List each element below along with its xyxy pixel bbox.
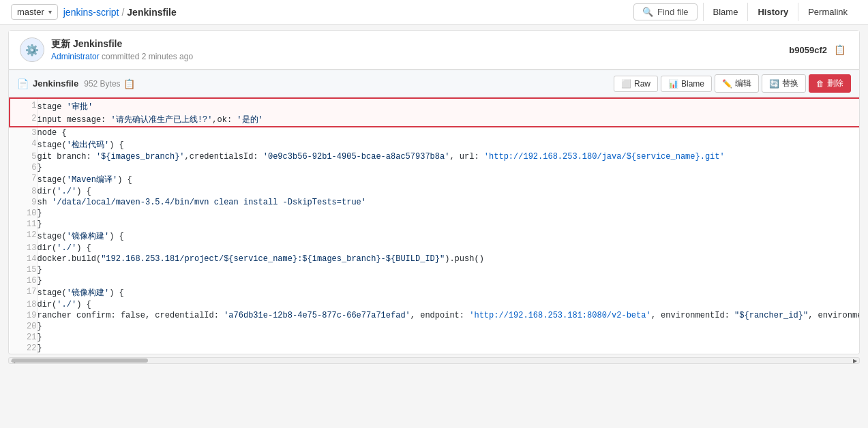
edit-button[interactable]: ✏️ 编辑 (715, 74, 759, 93)
table-row: 20 } (10, 321, 860, 332)
table-row: 17 stage('镜像构建') { (10, 286, 860, 299)
table-row: 21 } (10, 332, 860, 343)
file-size: 952 Bytes (84, 79, 120, 89)
line-code: dir('./') { (37, 186, 860, 197)
history-button[interactable]: History (747, 3, 798, 21)
line-code: dir('./') { (37, 299, 860, 310)
line-number: 21 (10, 332, 37, 343)
delete-button[interactable]: 🗑 删除 (809, 74, 851, 93)
copy-file-button[interactable]: 📋 (121, 77, 138, 91)
line-code: stage('镜像构建') { (37, 286, 860, 299)
chevron-down-icon: ▾ (48, 8, 52, 16)
branch-selector[interactable]: master ▾ (11, 4, 58, 20)
search-icon: 🔍 (642, 7, 653, 17)
file-header: 📄 Jenkinsfile 952 Bytes 📋 ⬜ Raw 📊 Blame … (8, 70, 860, 97)
line-number: 13 (10, 243, 37, 254)
commit-meta: Administrator committed 2 minutes ago (51, 52, 789, 61)
line-number: 3 (10, 127, 37, 138)
line-number: 18 (10, 299, 37, 310)
commit-bar: ⚙️ 更新 Jenkinsfile Administrator committe… (9, 31, 859, 70)
copy-hash-button[interactable]: 📋 (831, 43, 848, 57)
avatar: ⚙️ (20, 37, 44, 62)
line-code: } (37, 332, 860, 343)
line-number: 15 (10, 264, 37, 275)
avatar-icon: ⚙️ (25, 44, 39, 57)
top-bar: master ▾ jenkins-script / Jenkinsfile 🔍 … (0, 0, 868, 25)
raw-button[interactable]: ⬜ Raw (614, 76, 658, 92)
line-code: } (37, 264, 860, 275)
scroll-thumb[interactable] (12, 358, 148, 363)
line-code: node { (37, 127, 860, 138)
permalink-button[interactable]: Permalink (798, 3, 857, 21)
table-row: 2input message: '请先确认准生产已上线!?',ok: '是的' (10, 113, 860, 127)
line-number: 11 (10, 219, 37, 230)
line-number: 7 (10, 173, 37, 186)
table-row: 1stage '审批' (10, 98, 860, 113)
commit-hash: b9059cf2 (789, 45, 827, 55)
line-code: } (37, 321, 860, 332)
replace-button[interactable]: 🔄 替换 (762, 74, 806, 93)
line-code: } (37, 162, 860, 173)
line-number: 6 (10, 162, 37, 173)
table-row: 8 dir('./') { (10, 186, 860, 197)
table-row: 19 rancher confirm: false, credentialId:… (10, 310, 860, 321)
line-number: 20 (10, 321, 37, 332)
line-number: 16 (10, 275, 37, 286)
blame-icon: 📊 (668, 79, 678, 89)
commit-info: 更新 Jenkinsfile Administrator committed 2… (51, 38, 789, 61)
line-code: stage('Maven编译') { (37, 173, 860, 186)
line-code: dir('./') { (37, 243, 860, 254)
table-row: 10 } (10, 208, 860, 219)
line-code: stage('镜像构建') { (37, 230, 860, 243)
scroll-right-arrow[interactable]: ▶ (851, 358, 859, 363)
breadcrumb-file: Jenkinsfile (127, 7, 176, 18)
line-number: 9 (10, 197, 37, 208)
line-number: 5 (10, 151, 37, 162)
table-row: 6 } (10, 162, 860, 173)
commit-action: committed (100, 52, 142, 61)
horizontal-scrollbar[interactable]: ◀ ▶ (8, 357, 860, 364)
replace-icon: 🔄 (769, 79, 779, 89)
table-row: 13 dir('./') { (10, 243, 860, 254)
breadcrumb-parent[interactable]: jenkins-script (63, 7, 119, 18)
table-row: 3node { (10, 127, 860, 138)
file-actions: ⬜ Raw 📊 Blame ✏️ 编辑 🔄 替换 🗑 删除 (614, 74, 851, 93)
line-code: git branch: '${images_branch}',credentia… (37, 151, 860, 162)
raw-icon: ⬜ (621, 79, 631, 89)
line-code: } (37, 343, 860, 354)
code-table: 1stage '审批'2input message: '请先确认准生产已上线!?… (9, 97, 860, 354)
branch-name: master (17, 7, 44, 17)
line-code: sh '/data/local/maven-3.5.4/bin/mvn clea… (37, 197, 860, 208)
blame-button[interactable]: Blame (703, 3, 748, 21)
line-code: } (37, 275, 860, 286)
commit-time: 2 minutes ago (142, 52, 193, 61)
table-row: 18 dir('./') { (10, 299, 860, 310)
line-code: stage '审批' (37, 98, 860, 113)
line-number: 1 (10, 98, 37, 113)
line-number: 4 (10, 138, 37, 151)
table-row: 12 stage('镜像构建') { (10, 230, 860, 243)
commit-user-link[interactable]: Administrator (51, 52, 100, 61)
commit-title: 更新 Jenkinsfile (51, 38, 789, 50)
line-code: } (37, 208, 860, 219)
table-row: 5 git branch: '${images_branch}',credent… (10, 151, 860, 162)
line-number: 19 (10, 310, 37, 321)
table-row: 11 } (10, 219, 860, 230)
table-row: 22} (10, 343, 860, 354)
code-area: 1stage '审批'2input message: '请先确认准生产已上线!?… (8, 97, 860, 354)
delete-icon: 🗑 (816, 79, 824, 89)
top-bar-actions: 🔍 Find file Blame History Permalink (633, 3, 857, 21)
line-code: docker.build("192.168.253.181/project/${… (37, 254, 860, 264)
edit-icon: ✏️ (722, 79, 732, 89)
blame-file-button[interactable]: 📊 Blame (661, 76, 712, 92)
line-number: 2 (10, 113, 37, 127)
find-file-button[interactable]: 🔍 Find file (633, 3, 698, 20)
line-number: 10 (10, 208, 37, 219)
line-number: 14 (10, 254, 37, 264)
line-number: 8 (10, 186, 37, 197)
table-row: 16 } (10, 275, 860, 286)
copy-icon: 📋 (834, 44, 845, 55)
breadcrumb-separator: / (121, 7, 124, 18)
line-number: 12 (10, 230, 37, 243)
file-icon: 📄 (17, 78, 29, 89)
